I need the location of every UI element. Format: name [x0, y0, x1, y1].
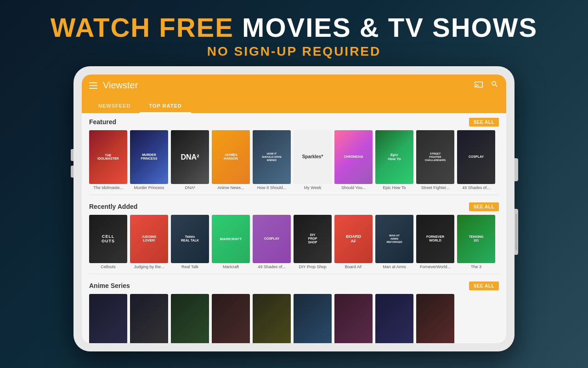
- thumbnail: TekkioREAL TALK: [171, 215, 209, 263]
- list-item[interactable]: MARICRAFT Maricraft: [212, 215, 250, 269]
- recently-title: Recently Added: [89, 203, 137, 210]
- list-item[interactable]: TEKKING101 The 3: [457, 215, 495, 269]
- content-area: Featured SEE ALL THEIDOLMASTER The Idolm…: [82, 113, 506, 343]
- list-item[interactable]: MURDERPRINCESS Murder Princess: [130, 130, 168, 190]
- list-item[interactable]: [375, 294, 413, 343]
- list-item[interactable]: [253, 294, 291, 343]
- thumb-label: Street Fighter...: [421, 185, 450, 190]
- list-item[interactable]: [171, 294, 209, 343]
- thumb-label: Anime News...: [217, 185, 244, 190]
- thumbnail: [334, 294, 373, 343]
- list-item[interactable]: THEIDOLMASTER The Idolmaste...: [89, 130, 127, 190]
- list-item[interactable]: [212, 294, 250, 343]
- hero-title: WATCH FREE MOVIES & TV SHOWS: [9, 13, 579, 42]
- tab-top-rated[interactable]: TOP RATED: [140, 99, 191, 113]
- thumb-label: Epic How To: [383, 185, 406, 190]
- tablet-volume-up: [71, 149, 74, 161]
- anime-see-all[interactable]: SEE ALL: [469, 282, 499, 290]
- tablet-volume-down: [71, 166, 74, 178]
- thumb-label: 49 Shades of...: [462, 185, 490, 190]
- hero-header: WATCH FREE MOVIES & TV SHOWS NO SIGN-UP …: [0, 0, 588, 66]
- thumbnail: THEIDOLMASTER: [89, 130, 127, 184]
- list-item[interactable]: COSPLAY 49 Shades of...: [253, 215, 291, 269]
- thumbnail: [294, 294, 332, 343]
- thumb-label: Real Talk: [181, 264, 198, 269]
- tablet-device: Viewster NEWSFEED TOP RATED: [74, 66, 514, 351]
- hero-subtitle: NO SIGN-UP REQUIRED: [9, 44, 579, 59]
- tablet-screen: Viewster NEWSFEED TOP RATED: [82, 75, 506, 343]
- thumbnail: JUDGINGLOVER!: [130, 215, 168, 263]
- list-item[interactable]: DIYPROPSHOP DIY Prop Shop: [294, 215, 332, 269]
- featured-section: Featured SEE ALL THEIDOLMASTER The Idolm…: [82, 113, 506, 192]
- list-item[interactable]: [130, 294, 168, 343]
- app-title: Viewster: [103, 80, 474, 91]
- thumb-label: Board AF: [345, 264, 362, 269]
- thumbnail: [375, 294, 413, 343]
- anime-title: Anime Series: [89, 282, 130, 289]
- recently-see-all[interactable]: SEE ALL: [469, 202, 499, 211]
- thumbnail: [130, 294, 168, 343]
- list-item[interactable]: MAN ATARMSREFORGED Man at Arms: [375, 215, 413, 269]
- thumbnail: Sparkles*: [294, 130, 332, 184]
- tablet-power-button: [514, 158, 518, 181]
- featured-row: THEIDOLMASTER The Idolmaste... MURDERPRI…: [89, 130, 499, 190]
- list-item[interactable]: JAYMESHANSON Anime News...: [212, 130, 250, 190]
- list-item[interactable]: [294, 294, 332, 343]
- thumbnail: COSPLAY: [457, 130, 495, 184]
- thumbnail: FORNEVERWORLD: [416, 215, 454, 263]
- list-item[interactable]: FORNEVERWORLD ForneverWorld...: [416, 215, 454, 269]
- hero-title-orange: WATCH FREE: [51, 12, 234, 42]
- thumbnail: COSPLAY: [253, 215, 291, 263]
- cast-icon[interactable]: [474, 80, 483, 90]
- thumbnail: HOW ITSHOULD HAVEENDED: [253, 130, 291, 184]
- thumb-label: The 3: [471, 264, 481, 269]
- list-item[interactable]: [89, 294, 127, 343]
- tab-bar: NEWSFEED TOP RATED: [82, 97, 506, 113]
- menu-button[interactable]: [89, 82, 97, 89]
- thumbnail: BOARDAF: [334, 215, 373, 263]
- tab-newsfeed[interactable]: NEWSFEED: [89, 99, 140, 113]
- list-item[interactable]: HOW ITSHOULD HAVEENDED How It Should...: [253, 130, 291, 190]
- thumb-label: DIY Prop Shop: [299, 264, 327, 269]
- thumbnail: TEKKING101: [457, 215, 495, 263]
- recently-row: CELLOUTS Cellouts JUDGINGLOVER! Judging …: [89, 215, 499, 269]
- thumb-label: Judging by the...: [134, 264, 164, 269]
- thumbnail: [416, 294, 454, 343]
- app-bar-icons: [474, 80, 499, 91]
- list-item[interactable]: [416, 294, 454, 343]
- list-item[interactable]: JUDGINGLOVER! Judging by the...: [130, 215, 168, 269]
- thumbnail: [253, 294, 291, 343]
- thumbnail: MAN ATARMSREFORGED: [375, 215, 413, 263]
- list-item[interactable]: [334, 294, 373, 343]
- list-item[interactable]: CHRONEXIA Should You...: [334, 130, 373, 190]
- app-bar: Viewster: [82, 75, 506, 97]
- recently-section: Recently Added SEE ALL CELLOUTS Cellouts…: [82, 198, 506, 271]
- thumbnail: DIYPROPSHOP: [294, 215, 332, 263]
- list-item[interactable]: COSPLAY 49 Shades of...: [457, 130, 495, 190]
- thumbnail: CHRONEXIA: [334, 130, 373, 184]
- anime-section: Anime Series SEE ALL: [82, 277, 506, 343]
- featured-header: Featured SEE ALL: [89, 118, 499, 126]
- section-divider: [89, 195, 499, 195]
- list-item[interactable]: BOARDAF Board AF: [334, 215, 373, 269]
- thumb-label: My Week: [304, 185, 321, 190]
- thumbnail: JAYMESHANSON: [212, 130, 250, 184]
- thumbnail: DNA²: [171, 130, 209, 184]
- list-item[interactable]: TekkioREAL TALK Real Talk: [171, 215, 209, 269]
- list-item[interactable]: DNA² DNA²: [171, 130, 209, 190]
- list-item[interactable]: CELLOUTS Cellouts: [89, 215, 127, 269]
- section-divider-2: [89, 274, 499, 274]
- anime-row: [89, 294, 499, 343]
- thumb-label: ForneverWorld...: [420, 264, 451, 269]
- list-item[interactable]: EpicHow To Epic How To: [375, 130, 413, 190]
- thumb-label: Man at Arms: [383, 264, 406, 269]
- thumbnail: CELLOUTS: [89, 215, 127, 263]
- featured-see-all[interactable]: SEE ALL: [469, 118, 499, 126]
- thumbnail: [89, 294, 127, 343]
- hero-title-white: MOVIES & TV SHOWS: [234, 12, 537, 42]
- search-icon[interactable]: [491, 80, 499, 91]
- thumb-label: The Idolmaste...: [93, 185, 123, 190]
- thumb-label: How It Should...: [257, 185, 287, 190]
- list-item[interactable]: STREETFIGHTERCHALLENGERS Street Fighter.…: [416, 130, 454, 190]
- list-item[interactable]: Sparkles* My Week: [294, 130, 332, 190]
